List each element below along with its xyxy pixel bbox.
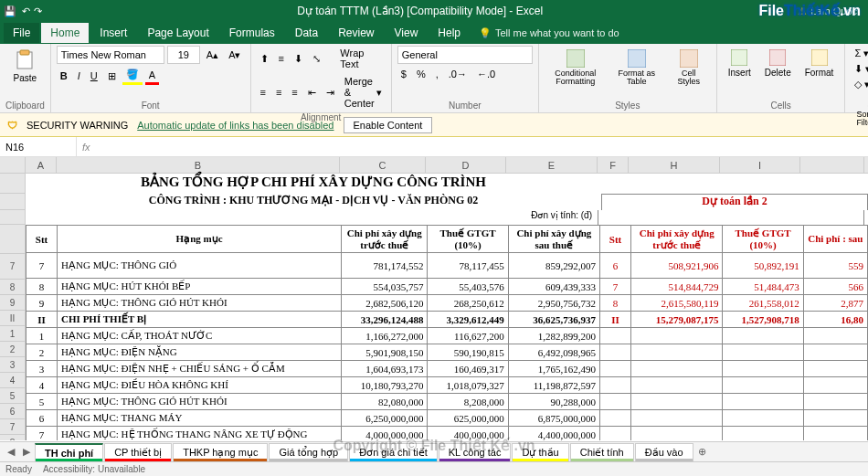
row-header[interactable]: 1 (0, 326, 26, 342)
cell[interactable]: 2 (26, 344, 58, 361)
cell[interactable] (631, 394, 723, 410)
cell[interactable]: HẠNG MỤC: THANG MÁY (58, 410, 342, 427)
col-D[interactable]: D (426, 157, 506, 173)
row-header[interactable]: 6 (0, 404, 26, 419)
wrap-text-button[interactable]: Wrap Text (336, 46, 385, 71)
cell[interactable] (600, 377, 631, 394)
cell[interactable] (803, 361, 867, 377)
save-icon[interactable]: 💾 (4, 5, 16, 17)
cell[interactable]: 1 (26, 328, 58, 344)
align-bottom-icon[interactable]: ⬇ (291, 51, 306, 67)
worksheet-grid[interactable]: A B C D E F H I 7 89II12345678 BẢNG TỔNG… (0, 157, 868, 440)
cell[interactable] (631, 410, 723, 427)
cell[interactable]: 514,844,729 (631, 279, 723, 295)
cell[interactable]: 7 (26, 427, 58, 441)
fill-color-button[interactable]: 🪣 (122, 67, 143, 85)
cell[interactable]: 5 (26, 394, 58, 410)
tab-view[interactable]: View (386, 23, 428, 43)
cell[interactable]: 4,400,000,000 (508, 427, 599, 441)
cell[interactable] (803, 377, 867, 394)
cell[interactable] (723, 427, 803, 441)
indent-dec-icon[interactable]: ⇤ (304, 85, 320, 100)
align-top-icon[interactable]: ⬆ (257, 51, 272, 67)
cell[interactable]: 82,080,000 (342, 394, 428, 410)
cell[interactable]: II (600, 312, 631, 328)
number-format-select[interactable] (397, 46, 533, 64)
cell[interactable]: 78,117,455 (428, 253, 508, 279)
cell[interactable] (600, 410, 631, 427)
increase-decimal-icon[interactable]: .0→ (445, 67, 471, 81)
sheet-tab[interactable]: THKP hạng mục (173, 443, 268, 461)
cell[interactable]: 7 (26, 253, 58, 279)
sheet-tab[interactable]: Giá tổng hợp (269, 443, 348, 461)
cell[interactable]: 4 (26, 377, 58, 394)
cell[interactable]: 781,174,552 (342, 253, 428, 279)
cell[interactable] (631, 427, 723, 441)
tab-nav-prev-icon[interactable]: ◀ (4, 446, 18, 458)
cell[interactable] (723, 344, 803, 361)
sheet-tab[interactable]: Đơn giá chi tiết (349, 443, 438, 461)
decrease-decimal-icon[interactable]: ←.0 (473, 67, 499, 81)
sort-filter-button[interactable]: ⇵Sort & Filter (851, 92, 868, 131)
cell[interactable]: 4,000,000,000 (342, 427, 428, 441)
row-header[interactable]: 8 (0, 280, 26, 295)
row-header[interactable]: 9 (0, 295, 26, 311)
cell[interactable]: 1,018,079,327 (428, 377, 508, 394)
cell[interactable]: HẠNG MỤC: THÔNG GIÓ (58, 253, 342, 279)
cell[interactable]: 859,292,007 (508, 253, 599, 279)
tab-formulas[interactable]: Formulas (220, 23, 284, 43)
cell[interactable]: 559 (803, 253, 867, 279)
cell[interactable]: 55,403,576 (428, 279, 508, 295)
row-header[interactable]: II (0, 311, 26, 326)
cell[interactable]: 1,765,162,490 (508, 361, 599, 377)
sheet-tab[interactable]: KL công tác (439, 443, 512, 461)
name-box[interactable]: N16 (0, 137, 77, 156)
cell[interactable]: 2,877 (803, 295, 867, 312)
cell[interactable]: 8 (26, 279, 58, 295)
cell[interactable] (600, 394, 631, 410)
cell[interactable]: 7 (600, 279, 631, 295)
cell[interactable] (803, 328, 867, 344)
cell[interactable]: 590,190,815 (428, 344, 508, 361)
cell[interactable]: 11,198,872,597 (508, 377, 599, 394)
align-middle-icon[interactable]: ≡ (275, 51, 288, 66)
cell[interactable] (723, 328, 803, 344)
cell[interactable] (803, 427, 867, 441)
align-left-icon[interactable]: ≡ (257, 85, 270, 100)
cell[interactable]: 33,296,124,488 (342, 312, 428, 328)
cell[interactable]: 6,492,098,965 (508, 344, 599, 361)
row-header[interactable] (0, 225, 26, 254)
fill-icon[interactable]: ⬇ ▾ (851, 61, 868, 77)
cell[interactable]: 8 (600, 295, 631, 312)
cell[interactable]: 10,180,793,270 (342, 377, 428, 394)
cell[interactable]: 5,901,908,150 (342, 344, 428, 361)
autosum-icon[interactable]: Σ ▾ (851, 46, 868, 61)
decrease-font-icon[interactable]: A▾ (225, 48, 244, 63)
cell[interactable]: II (26, 312, 58, 328)
cell[interactable]: HẠNG MỤC: THÔNG GIÓ HÚT KHÓI (58, 394, 342, 410)
sheet-tab[interactable]: Dự thầu (512, 443, 568, 461)
cell[interactable] (631, 344, 723, 361)
cell[interactable]: 1,527,908,718 (723, 312, 803, 328)
cell[interactable]: 15,279,087,175 (631, 312, 723, 328)
row-header[interactable]: 5 (0, 388, 26, 404)
select-all-corner[interactable] (0, 157, 26, 173)
cell[interactable]: 625,000,000 (428, 410, 508, 427)
row-header[interactable]: 4 (0, 373, 26, 388)
tab-help[interactable]: Help (429, 23, 470, 43)
cell[interactable]: HẠNG MỤC: HỆ THỐNG THANG NÂNG XE TỰ ĐỘNG (58, 427, 342, 441)
tab-insert[interactable]: Insert (90, 23, 136, 43)
merge-center-button[interactable]: Merge & Center ▾ (341, 74, 386, 111)
sheet-tab[interactable]: CP thiết bị (104, 443, 172, 461)
col-I[interactable]: I (720, 157, 800, 173)
cell[interactable]: 6,250,000,000 (342, 410, 428, 427)
col-A[interactable]: A (26, 157, 57, 173)
tab-page-layout[interactable]: Page Layout (138, 23, 217, 43)
font-size-select[interactable] (167, 46, 200, 64)
indent-inc-icon[interactable]: ⇥ (323, 85, 338, 100)
format-button[interactable]: Format (799, 46, 840, 81)
cell[interactable]: 90,288,000 (508, 394, 599, 410)
tab-data[interactable]: Data (286, 23, 327, 43)
orientation-icon[interactable]: ⤡ (309, 51, 324, 67)
cell[interactable]: 3 (26, 361, 58, 377)
